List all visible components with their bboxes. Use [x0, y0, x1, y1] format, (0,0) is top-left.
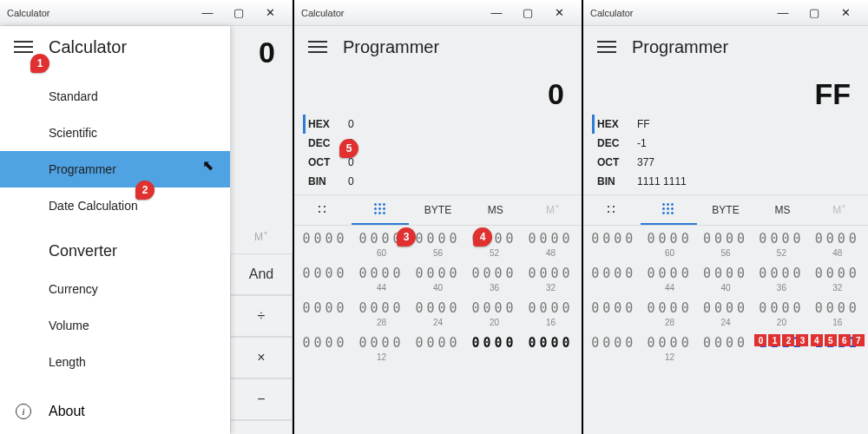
toggle-ms[interactable]: MS	[467, 195, 524, 225]
bit-group[interactable]: 0000	[414, 335, 462, 352]
bit-nibble: 0000	[414, 300, 462, 316]
hamburger-icon[interactable]	[14, 40, 33, 54]
bit-group[interactable]: 000032	[527, 266, 575, 293]
bit-nibble: 0000	[414, 266, 462, 281]
info-icon: i	[16, 404, 31, 419]
bit-group[interactable]: 0000	[590, 266, 637, 283]
op-divide[interactable]: ÷	[230, 295, 293, 337]
close-button[interactable]: ✕	[830, 6, 861, 19]
maximize-button[interactable]: ▢	[512, 6, 543, 19]
bit-group[interactable]: 000036	[758, 266, 805, 293]
toggle-bits[interactable]	[352, 195, 409, 225]
bit-group[interactable]: 0000	[301, 266, 349, 283]
minimize-button[interactable]: —	[192, 6, 223, 19]
maximize-button[interactable]: ▢	[223, 6, 254, 19]
bit-index: 16	[527, 318, 575, 327]
bit-nibble: 0000	[414, 231, 462, 247]
bit-group[interactable]: 000048	[527, 231, 575, 258]
bit-group[interactable]: 000040	[702, 266, 749, 293]
bit-group[interactable]: 000040	[414, 266, 462, 293]
menu-item-length[interactable]: Length	[0, 344, 230, 380]
minimize-button[interactable]: —	[767, 6, 799, 19]
bit-group[interactable]: 000024	[702, 300, 749, 327]
op-and[interactable]: And	[230, 253, 293, 295]
bit-index: 36	[758, 283, 805, 293]
bit-group[interactable]: 000028	[646, 300, 693, 327]
bit-group[interactable]: 000012	[358, 335, 405, 362]
hamburger-icon[interactable]	[597, 40, 616, 54]
base-bin[interactable]: BIN0	[303, 172, 573, 191]
bit-nibble: 0000	[414, 335, 462, 351]
result-display: 0	[294, 68, 582, 111]
bit-group[interactable]: 000056	[414, 231, 462, 258]
minimize-button[interactable]: —	[481, 6, 512, 19]
bit-group[interactable]: 000048	[814, 231, 861, 258]
bit-group[interactable]: 000028	[358, 300, 405, 327]
op-multiply[interactable]: ×	[230, 337, 293, 378]
bit-group[interactable]: 01231111	[758, 335, 805, 352]
bit-group[interactable]: 000020	[470, 300, 518, 327]
op-minus[interactable]: −	[230, 378, 293, 420]
memory-dropdown[interactable]: M˅	[524, 195, 582, 225]
bit-group[interactable]: 000012	[646, 335, 693, 362]
toggle-row: BYTE MS M˅	[583, 194, 868, 226]
bit-group[interactable]: 000036	[470, 266, 518, 293]
menu-item-standard[interactable]: Standard	[0, 78, 230, 115]
menu-item-datecalc[interactable]: Date Calculation	[0, 187, 230, 224]
toggle-byte[interactable]: BYTE	[409, 195, 466, 225]
bit-nibble: 0000	[301, 231, 349, 247]
bit-group[interactable]: 000020	[758, 300, 805, 327]
bit-index: 24	[414, 318, 462, 327]
bit-group[interactable]: 0000	[590, 335, 637, 352]
menu-item-volume[interactable]: Volume	[0, 307, 230, 344]
base-hex[interactable]: HEX0	[303, 115, 573, 134]
bit-index: 48	[527, 248, 575, 258]
menu-item-scientific[interactable]: Scientific	[0, 115, 230, 151]
toggle-ms[interactable]: MS	[754, 195, 812, 225]
bit-group[interactable]: 000032	[814, 266, 861, 293]
callout-5: 5	[339, 139, 358, 158]
memory-dropdown[interactable]: M˅	[811, 195, 868, 225]
bit-group[interactable]: 000016	[527, 300, 575, 327]
base-list: HEX0 DEC0 OCT0 BIN0	[294, 111, 582, 191]
bit-group[interactable]: 000044	[358, 266, 405, 293]
bit-group[interactable]: 0000	[301, 231, 349, 248]
bit-nibble: 0000	[758, 266, 805, 281]
op-plus[interactable]: +	[230, 420, 293, 434]
bit-group[interactable]: 0000	[590, 300, 637, 318]
toggle-byte[interactable]: BYTE	[697, 195, 754, 225]
bit-group[interactable]: 0000	[590, 231, 637, 248]
base-bin[interactable]: BIN1111 1111	[592, 172, 859, 191]
toggle-keypad[interactable]	[583, 195, 641, 225]
bit-group[interactable]: 000052	[758, 231, 805, 258]
bit-index: 28	[358, 318, 405, 327]
base-oct[interactable]: OCT377	[592, 153, 859, 172]
bit-group[interactable]: 0000	[301, 335, 349, 352]
close-button[interactable]: ✕	[254, 6, 286, 19]
memory-dropdown[interactable]: M˅	[230, 220, 293, 253]
maximize-button[interactable]: ▢	[799, 6, 830, 19]
bit-group[interactable]: 000016	[814, 300, 861, 327]
toggle-keypad[interactable]	[294, 195, 352, 225]
toggle-bits[interactable]	[641, 195, 698, 225]
close-button[interactable]: ✕	[543, 6, 575, 19]
bit-group[interactable]: 45671111	[814, 335, 861, 352]
base-dec[interactable]: DEC-1	[592, 134, 859, 153]
bit-group[interactable]: 000056	[702, 231, 749, 258]
result-display: FF	[583, 68, 868, 111]
menu-item-currency[interactable]: Currency	[0, 271, 230, 307]
bit-nibble: 0000	[590, 335, 637, 351]
bit-group[interactable]: 000024	[414, 300, 462, 327]
base-hex[interactable]: HEXFF	[592, 115, 859, 134]
bit-group[interactable]: 0000	[527, 335, 575, 352]
bit-nibble: 0000	[527, 300, 575, 316]
bit-row: 0000000044000040000036000032	[301, 266, 575, 300]
bit-group[interactable]: 0000	[301, 300, 349, 318]
bit-group[interactable]: 000044	[646, 266, 693, 293]
hamburger-icon[interactable]	[308, 40, 327, 54]
menu-item-programmer[interactable]: Programmer	[0, 151, 230, 187]
bit-group[interactable]: 0000	[702, 335, 749, 352]
bit-group[interactable]: 0000	[470, 335, 518, 352]
bit-group[interactable]: 000060	[646, 231, 693, 258]
menu-item-about[interactable]: About	[49, 404, 85, 419]
